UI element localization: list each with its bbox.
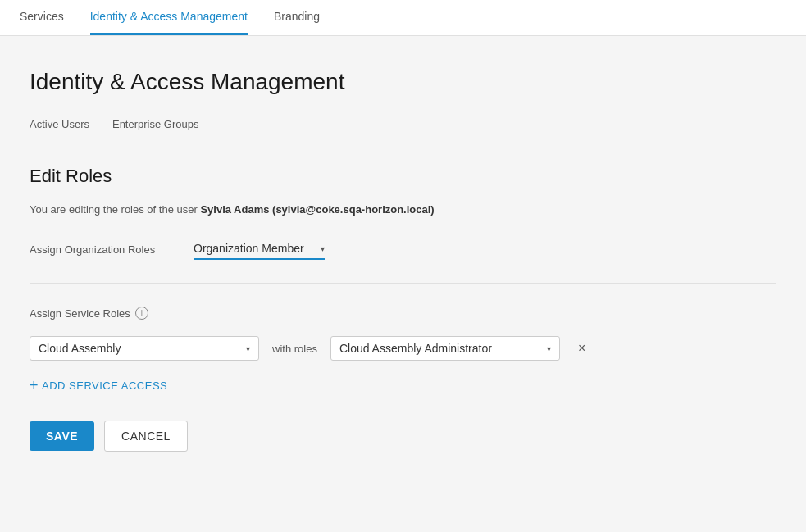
page-title: Identity & Access Management xyxy=(30,69,776,95)
edit-description: You are editing the roles of the user Sy… xyxy=(30,203,776,216)
role-dropdown[interactable]: Cloud Assembly Administrator ▾ xyxy=(330,336,560,361)
add-service-link[interactable]: + ADD SERVICE ACCESS xyxy=(30,377,776,394)
sub-tab-enterprise-groups[interactable]: Enterprise Groups xyxy=(112,111,199,139)
org-role-value: Organization Member xyxy=(194,242,314,255)
org-roles-row: Assign Organization Roles Organization M… xyxy=(30,239,776,260)
nav-item-branding[interactable]: Branding xyxy=(274,0,320,35)
service-row: Cloud Assembly ▾ with roles Cloud Assemb… xyxy=(30,336,776,361)
save-button[interactable]: SAVE xyxy=(30,421,94,451)
service-dropdown[interactable]: Cloud Assembly ▾ xyxy=(30,336,259,361)
description-text: You are editing the roles of the user xyxy=(30,203,200,216)
main-content: Identity & Access Management Active User… xyxy=(0,36,806,532)
plus-icon: + xyxy=(30,377,39,394)
add-service-label: ADD SERVICE ACCESS xyxy=(42,380,167,392)
org-roles-label: Assign Organization Roles xyxy=(30,243,194,256)
section-divider xyxy=(30,283,776,284)
edit-roles-title: Edit Roles xyxy=(30,166,776,187)
action-buttons: SAVE CANCEL xyxy=(30,421,776,452)
role-dropdown-arrow: ▾ xyxy=(547,344,551,353)
nav-item-services[interactable]: Services xyxy=(20,0,64,35)
cancel-button[interactable]: CANCEL xyxy=(104,421,188,452)
sub-tabs: Active Users Enterprise Groups xyxy=(30,111,776,139)
service-roles-label-row: Assign Service Roles i xyxy=(30,307,776,320)
org-role-arrow: ▾ xyxy=(321,244,325,253)
service-value: Cloud Assembly xyxy=(39,342,239,355)
nav-item-iam[interactable]: Identity & Access Management xyxy=(90,0,248,35)
sub-tab-active-users[interactable]: Active Users xyxy=(30,111,89,139)
role-value: Cloud Assembly Administrator xyxy=(339,342,540,355)
user-name: Sylvia Adams (sylvia@coke.sqa-horizon.lo… xyxy=(200,203,434,216)
top-nav: Services Identity & Access Management Br… xyxy=(0,0,806,36)
org-role-dropdown[interactable]: Organization Member ▾ xyxy=(194,239,325,260)
service-roles-info-icon[interactable]: i xyxy=(135,307,148,320)
remove-service-button[interactable]: × xyxy=(573,339,590,357)
service-dropdown-arrow: ▾ xyxy=(246,344,250,353)
service-roles-label: Assign Service Roles xyxy=(30,307,130,320)
with-roles-label: with roles xyxy=(272,343,317,355)
